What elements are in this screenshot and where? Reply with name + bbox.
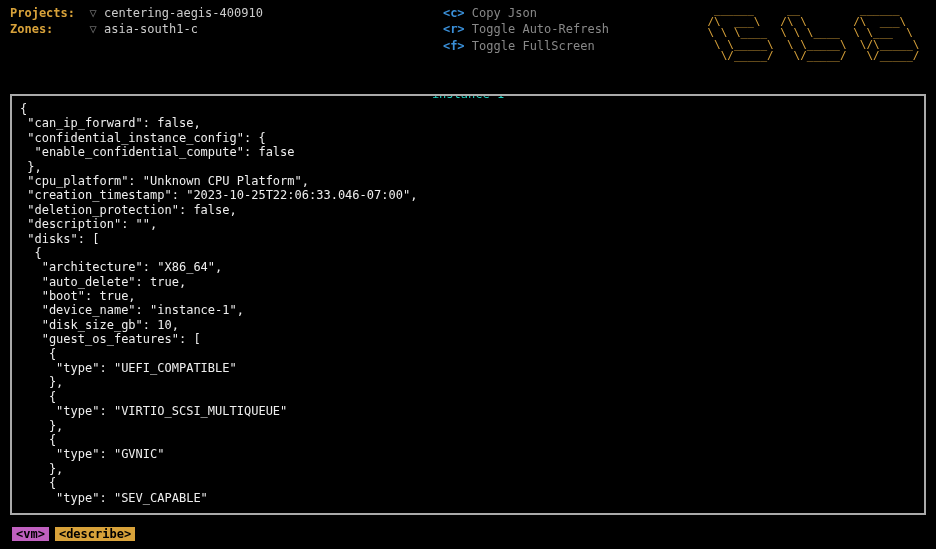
- breadcrumb-describe[interactable]: <describe>: [55, 527, 135, 541]
- shortcut-desc: Copy Json: [472, 6, 537, 20]
- projects-row[interactable]: Projects: ▽ centering-aegis-400910: [10, 6, 263, 20]
- shortcut-toggle-fullscreen[interactable]: <f> Toggle FullScreen: [443, 39, 609, 53]
- zones-label: Zones:: [10, 22, 53, 36]
- chevron-down-icon[interactable]: ▽: [89, 22, 96, 36]
- shortcut-toggle-refresh[interactable]: <r> Toggle Auto-Refresh: [443, 22, 609, 36]
- logo-ascii: ______ __ ______ /\ ___\ /\ \ /\ ___\ \ …: [701, 4, 926, 62]
- breadcrumb: <vm> <describe>: [12, 527, 135, 541]
- zones-value: asia-south1-c: [104, 22, 198, 36]
- shortcuts-list: <c> Copy Json <r> Toggle Auto-Refresh <f…: [443, 6, 609, 53]
- shortcut-key: <r>: [443, 22, 465, 36]
- projects-value: centering-aegis-400910: [104, 6, 263, 20]
- panel-title: instance-1: [430, 94, 506, 101]
- panel-wrapper: instance-1 { "can_ip_forward": false, "c…: [10, 94, 926, 515]
- zones-row[interactable]: Zones: ▽ asia-south1-c: [10, 22, 263, 36]
- projects-label: Projects:: [10, 6, 75, 20]
- shortcut-key: <c>: [443, 6, 465, 20]
- shortcut-desc: Toggle FullScreen: [472, 39, 595, 53]
- header-context: Projects: ▽ centering-aegis-400910 Zones…: [10, 6, 263, 53]
- instance-panel: instance-1 { "can_ip_forward": false, "c…: [10, 94, 926, 515]
- shortcut-key: <f>: [443, 39, 465, 53]
- shortcut-copy-json[interactable]: <c> Copy Json: [443, 6, 609, 20]
- json-output[interactable]: { "can_ip_forward": false, "confidential…: [12, 96, 924, 513]
- breadcrumb-vm[interactable]: <vm>: [12, 527, 49, 541]
- chevron-down-icon[interactable]: ▽: [89, 6, 96, 20]
- shortcut-desc: Toggle Auto-Refresh: [472, 22, 609, 36]
